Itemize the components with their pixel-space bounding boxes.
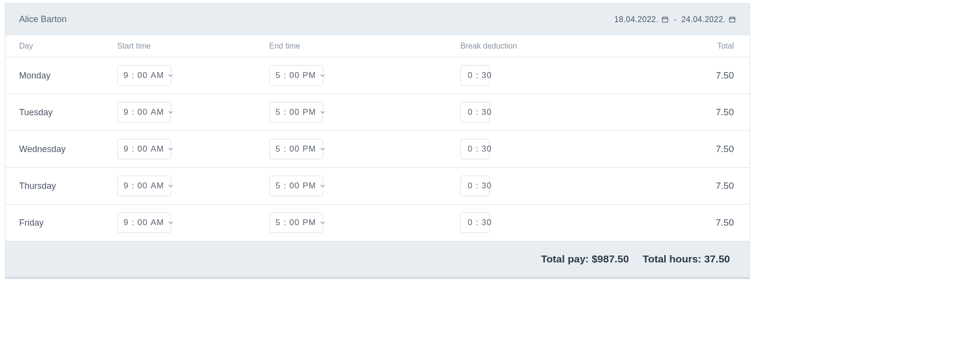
end-minute[interactable]: 00 xyxy=(289,71,300,80)
start-hour[interactable]: 9 xyxy=(124,218,128,228)
date-from-segment[interactable]: 18.04.2022. xyxy=(614,15,669,24)
date-range: 18.04.2022. - 24.04.2022. xyxy=(614,15,736,24)
table-row: Wednesday9:00 AM5:00 PM0:307.50 xyxy=(5,131,750,168)
time-separator: : xyxy=(131,71,134,80)
time-separator: : xyxy=(476,144,478,154)
time-separator: : xyxy=(131,144,134,154)
chevron-down-icon[interactable] xyxy=(319,219,326,226)
end-period[interactable]: PM xyxy=(302,71,316,80)
start-minute[interactable]: 00 xyxy=(137,71,148,80)
break-cell: 0:30 xyxy=(460,176,705,196)
break-picker[interactable]: 0:30 xyxy=(460,212,490,233)
calendar-icon xyxy=(729,16,736,23)
employee-name: Alice Barton xyxy=(19,14,67,25)
chevron-down-icon[interactable] xyxy=(319,146,326,153)
break-minute[interactable]: 30 xyxy=(481,218,492,228)
date-to-segment[interactable]: 24.04.2022. xyxy=(681,15,736,24)
chevron-down-icon[interactable] xyxy=(167,146,174,153)
break-minute[interactable]: 30 xyxy=(481,71,492,80)
break-picker[interactable]: 0:30 xyxy=(460,176,490,196)
time-separator: : xyxy=(476,181,478,191)
end-time-picker[interactable]: 5:00 PM xyxy=(269,176,323,196)
chevron-down-icon[interactable] xyxy=(319,72,326,79)
end-time-picker[interactable]: 5:00 PM xyxy=(269,65,323,86)
start-time-cell: 9:00 AM xyxy=(117,139,269,159)
break-hour[interactable]: 0 xyxy=(468,107,473,117)
break-minute[interactable]: 30 xyxy=(481,144,492,154)
end-period[interactable]: PM xyxy=(302,218,316,228)
break-hour[interactable]: 0 xyxy=(468,218,473,228)
end-hour[interactable]: 5 xyxy=(276,181,280,191)
total-hours: Total hours: 37.50 xyxy=(643,253,730,265)
break-picker[interactable]: 0:30 xyxy=(460,139,490,159)
end-hour[interactable]: 5 xyxy=(276,71,280,80)
end-hour[interactable]: 5 xyxy=(276,107,280,117)
chevron-down-icon[interactable] xyxy=(167,72,174,79)
start-minute[interactable]: 00 xyxy=(137,218,148,228)
end-time-picker[interactable]: 5:00 PM xyxy=(269,102,323,123)
chevron-down-icon[interactable] xyxy=(167,182,174,189)
start-hour[interactable]: 9 xyxy=(124,144,128,154)
panel-footer: Total pay: $987.50 Total hours: 37.50 xyxy=(5,241,750,279)
end-time-cell: 5:00 PM xyxy=(269,102,460,123)
break-hour[interactable]: 0 xyxy=(468,181,473,191)
start-period[interactable]: AM xyxy=(151,181,164,191)
break-cell: 0:30 xyxy=(460,212,705,233)
start-time-picker[interactable]: 9:00 AM xyxy=(117,139,171,159)
time-separator: : xyxy=(131,107,134,117)
end-period[interactable]: PM xyxy=(302,107,316,117)
break-hour[interactable]: 0 xyxy=(468,71,473,80)
end-time-cell: 5:00 PM xyxy=(269,212,460,233)
start-period[interactable]: AM xyxy=(151,218,164,228)
start-time-cell: 9:00 AM xyxy=(117,102,269,123)
end-minute[interactable]: 00 xyxy=(289,181,300,191)
start-period[interactable]: AM xyxy=(151,71,164,80)
rows-container: Monday9:00 AM5:00 PM0:307.50Tuesday9:00 … xyxy=(5,57,750,241)
day-label: Tuesday xyxy=(19,107,117,118)
break-cell: 0:30 xyxy=(460,102,705,123)
chevron-down-icon[interactable] xyxy=(167,219,174,226)
time-separator: : xyxy=(476,218,478,228)
row-total: 7.50 xyxy=(705,70,736,81)
start-minute[interactable]: 00 xyxy=(137,107,148,117)
end-hour[interactable]: 5 xyxy=(276,218,280,228)
col-day-header: Day xyxy=(19,42,117,51)
end-hour[interactable]: 5 xyxy=(276,144,280,154)
break-picker[interactable]: 0:30 xyxy=(460,65,490,86)
break-minute[interactable]: 30 xyxy=(481,181,492,191)
day-label: Thursday xyxy=(19,181,117,191)
start-time-picker[interactable]: 9:00 AM xyxy=(117,102,171,123)
time-separator: : xyxy=(283,144,286,154)
start-time-picker[interactable]: 9:00 AM xyxy=(117,176,171,196)
start-time-picker[interactable]: 9:00 AM xyxy=(117,212,171,233)
end-minute[interactable]: 00 xyxy=(289,144,300,154)
chevron-down-icon[interactable] xyxy=(319,182,326,189)
end-time-picker[interactable]: 5:00 PM xyxy=(269,212,323,233)
row-total: 7.50 xyxy=(705,144,736,155)
start-minute[interactable]: 00 xyxy=(137,181,148,191)
start-minute[interactable]: 00 xyxy=(137,144,148,154)
end-minute[interactable]: 00 xyxy=(289,107,300,117)
date-to-value: 24.04.2022. xyxy=(681,15,726,24)
chevron-down-icon[interactable] xyxy=(167,109,174,116)
end-time-cell: 5:00 PM xyxy=(269,176,460,196)
start-hour[interactable]: 9 xyxy=(124,107,128,117)
end-period[interactable]: PM xyxy=(302,144,316,154)
end-minute[interactable]: 00 xyxy=(289,218,300,228)
time-separator: : xyxy=(283,218,286,228)
time-separator: : xyxy=(131,218,134,228)
break-picker[interactable]: 0:30 xyxy=(460,102,490,123)
break-hour[interactable]: 0 xyxy=(468,144,473,154)
end-time-picker[interactable]: 5:00 PM xyxy=(269,139,323,159)
total-hours-label: Total hours: xyxy=(643,253,704,264)
calendar-icon xyxy=(661,16,669,23)
date-range-separator: - xyxy=(674,15,677,24)
start-period[interactable]: AM xyxy=(151,107,164,117)
start-hour[interactable]: 9 xyxy=(124,181,128,191)
start-time-picker[interactable]: 9:00 AM xyxy=(117,65,171,86)
break-minute[interactable]: 30 xyxy=(481,107,492,117)
end-period[interactable]: PM xyxy=(302,181,316,191)
start-hour[interactable]: 9 xyxy=(124,71,128,80)
start-period[interactable]: AM xyxy=(151,144,164,154)
chevron-down-icon[interactable] xyxy=(319,109,326,116)
